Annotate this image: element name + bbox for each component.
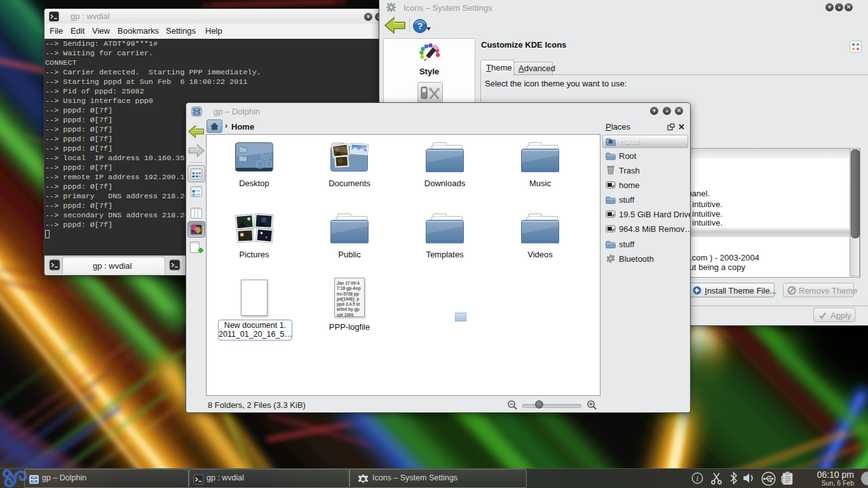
- svg-text:i: i: [696, 474, 698, 483]
- svg-text:?: ?: [417, 21, 423, 31]
